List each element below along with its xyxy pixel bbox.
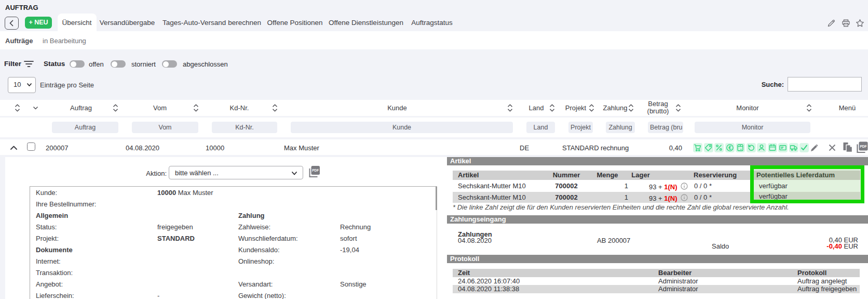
svg-text:€: € — [728, 145, 731, 151]
svg-text:PDF: PDF — [860, 145, 866, 148]
svg-text:PDF: PDF — [312, 168, 319, 172]
